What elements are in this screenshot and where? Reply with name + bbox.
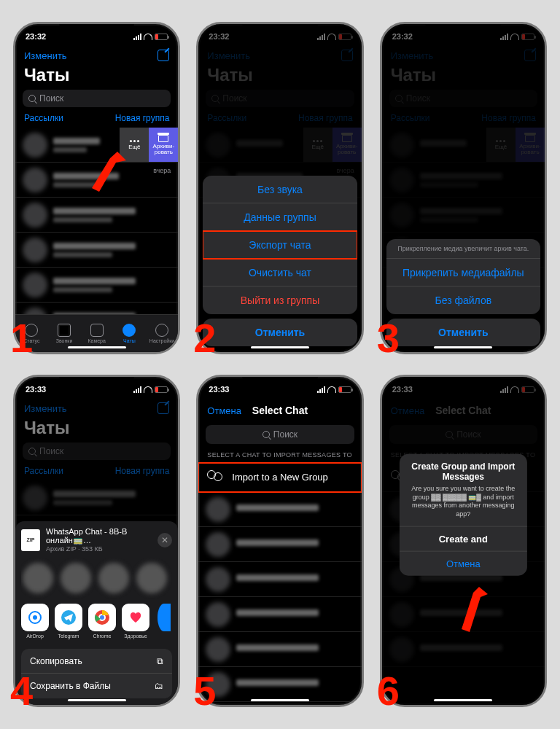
svg-point-6 bbox=[100, 615, 104, 620]
sheet-cancel[interactable]: Отменить bbox=[203, 319, 357, 346]
svg-point-2 bbox=[33, 615, 37, 620]
confirm-alert: Create Group and Import Messages Are you… bbox=[400, 454, 526, 576]
import-new-group[interactable]: Import to a New Group bbox=[198, 463, 361, 492]
phone-5: 23:33 Отмена Select Chat Поиск SELECT A … bbox=[196, 375, 363, 707]
page-title: Чаты bbox=[15, 65, 178, 88]
alert-create-button[interactable]: Create and bbox=[400, 526, 526, 550]
close-icon[interactable]: ✕ bbox=[158, 533, 172, 547]
chat-row[interactable] bbox=[15, 233, 178, 268]
home-indicator[interactable] bbox=[68, 346, 126, 348]
copy-icon: ⧉ bbox=[157, 656, 163, 666]
phone-3: 23:32 Изменить Чаты Поиск РассылкиНовая … bbox=[380, 22, 547, 354]
sheet-no-files[interactable]: Без файлов bbox=[386, 286, 540, 314]
share-file-subtitle: Архив ZIP · 353 КБ bbox=[46, 545, 152, 553]
sheet-cancel[interactable]: Отменить bbox=[386, 319, 540, 346]
search-icon bbox=[28, 95, 36, 102]
more-icon bbox=[130, 140, 139, 142]
share-sheet: ZIP WhatsApp Chat - 8В-В онлайн🚃… Архив … bbox=[15, 521, 178, 705]
compose-icon[interactable] bbox=[158, 50, 169, 61]
newgroup-link[interactable]: Новая группа bbox=[115, 113, 170, 123]
section-header: SELECT A CHAT TO IMPORT MESSAGES TO bbox=[198, 447, 361, 463]
step-number: 6 bbox=[377, 671, 400, 712]
alert-title: Create Group and Import Messages bbox=[400, 454, 526, 485]
file-icon: ZIP bbox=[21, 529, 40, 551]
chat-row[interactable] bbox=[198, 527, 361, 562]
share-app-chrome[interactable]: Chrome bbox=[88, 604, 116, 639]
step-number: 5 bbox=[193, 671, 216, 712]
archive-icon bbox=[158, 135, 168, 142]
select-chat-title: Select Chat bbox=[252, 405, 308, 416]
chat-row[interactable] bbox=[198, 702, 361, 707]
sheet-clear-chat[interactable]: Очистить чат bbox=[203, 259, 357, 286]
alert-cancel-button[interactable]: Отмена bbox=[400, 550, 526, 575]
share-contacts[interactable] bbox=[21, 558, 172, 601]
sheet-note: Прикрепление медиа увеличит архив чата. bbox=[386, 239, 540, 259]
share-app-more[interactable] bbox=[155, 604, 172, 639]
svg-marker-7 bbox=[462, 587, 488, 632]
chat-row[interactable] bbox=[15, 198, 178, 233]
select-chat-header: Отмена Select Chat bbox=[198, 399, 361, 422]
share-app-telegram[interactable]: Telegram bbox=[55, 604, 82, 639]
phone-4: 23:33 Изменить Чаты Поиск РассылкиНовая … bbox=[13, 375, 180, 707]
swipe-archive-button[interactable]: Архиви- ровать bbox=[149, 128, 178, 162]
folder-icon: 🗂 bbox=[155, 681, 163, 691]
chat-row[interactable] bbox=[198, 667, 361, 702]
tab-settings[interactable]: Настройки bbox=[146, 315, 179, 352]
phone-2: 23:32 Изменить Чаты Поиск РассылкиНовая … bbox=[196, 22, 363, 354]
chat-row[interactable] bbox=[15, 268, 178, 303]
chat-row[interactable] bbox=[198, 492, 361, 527]
share-copy[interactable]: Скопировать⧉ bbox=[21, 649, 172, 674]
action-sheet: Без звука Данные группы Экспорт чата Очи… bbox=[203, 176, 357, 346]
sheet-group-info[interactable]: Данные группы bbox=[203, 203, 357, 231]
action-sheet: Прикрепление медиа увеличит архив чата. … bbox=[386, 239, 540, 346]
annotation-arrow bbox=[81, 148, 132, 199]
share-app-health[interactable]: Здоровье bbox=[122, 604, 149, 639]
broadcast-link[interactable]: Рассылки bbox=[24, 113, 63, 123]
phone-1: 23:32 Изменить Чаты Поиск Рассылки Новая… bbox=[13, 22, 180, 354]
group-icon bbox=[207, 469, 225, 486]
chat-row[interactable] bbox=[198, 632, 361, 667]
alert-message: Are you sure you want to create the grou… bbox=[400, 485, 526, 526]
step-number: 4 bbox=[10, 671, 33, 712]
cancel-link[interactable]: Отмена bbox=[207, 405, 241, 416]
svg-marker-0 bbox=[92, 152, 126, 192]
battery-icon bbox=[155, 34, 168, 40]
share-file-title: WhatsApp Chat - 8В-В онлайн🚃… bbox=[46, 527, 152, 545]
wifi-icon bbox=[144, 34, 152, 40]
step-number: 1 bbox=[10, 318, 33, 359]
status-time: 23:32 bbox=[26, 32, 46, 41]
chat-row[interactable] bbox=[198, 562, 361, 597]
sheet-mute[interactable]: Без звука bbox=[203, 176, 357, 203]
phone-6: 23:33 ОтменаSelect Chat Поиск SELECT A C… bbox=[380, 375, 547, 707]
edit-link[interactable]: Изменить bbox=[24, 50, 67, 61]
sheet-export-chat[interactable]: Экспорт чата bbox=[203, 231, 357, 259]
sheet-leave-group[interactable]: Выйти из группы bbox=[203, 286, 357, 314]
annotation-arrow bbox=[451, 581, 495, 639]
step-number: 3 bbox=[377, 318, 400, 359]
sheet-attach-media[interactable]: Прикрепить медиафайлы bbox=[386, 259, 540, 286]
chat-row[interactable] bbox=[198, 597, 361, 632]
search-input[interactable]: Поиск bbox=[23, 90, 171, 107]
share-app-airdrop[interactable]: AirDrop bbox=[21, 604, 49, 639]
signal-icon bbox=[133, 34, 141, 40]
step-number: 2 bbox=[193, 318, 216, 359]
search-input[interactable]: Поиск bbox=[206, 425, 354, 444]
share-save-files[interactable]: Сохранить в Файлы🗂 bbox=[21, 674, 172, 698]
